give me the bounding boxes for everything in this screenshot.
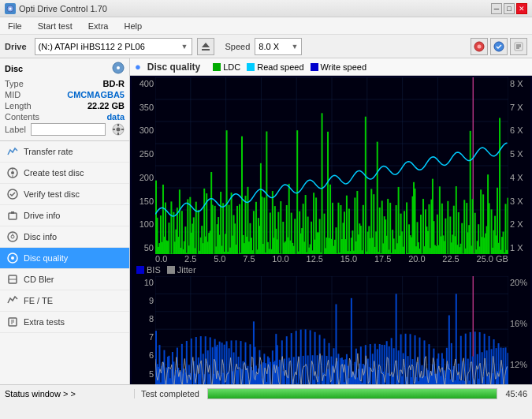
drive-value: (N:) ATAPI iHBS112 2 PL06 (39, 42, 145, 51)
toolbar-icon-3[interactable] (510, 38, 527, 55)
sidebar-item-cd-bler[interactable]: CD Bler (0, 269, 129, 290)
charts-area: 40035030025020015010050 8 X7 X6 X5 X4 X3… (130, 76, 532, 384)
type-label: Type (5, 79, 24, 88)
sidebar-item-disc-info[interactable]: Disc info (0, 226, 129, 248)
main-content: Disc Type BD-R MID CMCMAGBA5 Length 22.2… (0, 58, 532, 384)
sidebar-item-extra-tests[interactable]: Extra tests (0, 312, 129, 333)
title-bar: Opti Drive Control 1.70 ─ □ ✕ (0, 0, 532, 17)
sidebar-item-transfer-rate[interactable]: Transfer rate (0, 141, 129, 163)
chart-title-icon: ● (135, 61, 141, 73)
menu-help[interactable]: Help (119, 20, 147, 32)
fe-te-label: FE / TE (24, 296, 53, 305)
sidebar: Disc Type BD-R MID CMCMAGBA5 Length 22.2… (0, 58, 130, 384)
toolbar-icon-1[interactable] (471, 38, 488, 55)
extra-tests-label: Extra tests (24, 317, 65, 327)
type-value: BD-R (103, 79, 125, 88)
sidebar-item-create-test[interactable]: Create test disc (0, 163, 129, 184)
speed-dropdown-arrow: ▼ (291, 43, 298, 51)
svg-point-26 (11, 256, 14, 260)
extra-tests-icon (6, 316, 19, 328)
legend-jitter-label: Jitter (177, 265, 196, 275)
legend-readspeed-color (247, 63, 255, 71)
menu-file[interactable]: File (3, 20, 27, 32)
window-controls: ─ □ ✕ (491, 3, 527, 14)
disc-section: Disc Type BD-R MID CMCMAGBA5 Length 22.2… (0, 58, 129, 141)
y-axis-right-bottom: 20%16%12%8%4% (508, 276, 530, 384)
sidebar-item-drive-info[interactable]: Drive info (0, 205, 129, 226)
disc-icon (112, 62, 125, 76)
svg-point-9 (117, 66, 120, 69)
length-label: Length (5, 101, 32, 110)
chart-legend: LDC Read speed Write speed (213, 62, 366, 72)
svg-rect-12 (117, 124, 119, 126)
svg-rect-15 (121, 129, 124, 130)
toolbar-icon-2[interactable] (490, 38, 508, 55)
y-axis-left-top: 40035030025020015010050 (132, 77, 155, 254)
verify-icon (6, 188, 19, 200)
drive-bar: Drive (N:) ATAPI iHBS112 2 PL06 ▼ Speed … (0, 35, 532, 58)
x-axis-top: 0.02.55.07.510.012.515.017.520.022.525.0… (132, 254, 530, 264)
length-value: 22.22 GB (87, 101, 125, 110)
sidebar-item-disc-quality[interactable]: Disc quality (0, 248, 129, 269)
create-test-label: Create test disc (24, 168, 84, 178)
svg-rect-2 (202, 49, 210, 51)
legend-readspeed-label: Read speed (257, 62, 303, 72)
legend-bis-color (136, 266, 144, 274)
speed-dropdown[interactable]: 8.0 X ▼ (255, 38, 302, 55)
speed-label: Speed (225, 42, 251, 51)
right-content: ● Disc quality LDC Read speed Write spee… (130, 58, 532, 384)
contents-label: Contents (5, 112, 39, 122)
disc-quality-icon (6, 252, 19, 264)
fe-te-icon (6, 294, 19, 307)
sidebar-item-verify[interactable]: Verify test disc (0, 184, 129, 205)
cd-bler-icon (6, 273, 19, 286)
menu-start-test[interactable]: Start test (33, 20, 77, 32)
app-icon (5, 3, 16, 14)
toolbar-icons (471, 38, 527, 55)
mid-value: CMCMAGBA5 (67, 90, 125, 99)
legend-writespeed-label: Write speed (321, 62, 367, 72)
close-button[interactable]: ✕ (516, 3, 527, 14)
bottom-chart-container: 10987654321 20%16%12%8%4% (132, 276, 530, 384)
speed-value: 8.0 X (259, 42, 279, 51)
sidebar-item-fe-te[interactable]: FE / TE (0, 290, 129, 312)
drive-dropdown[interactable]: (N:) ATAPI iHBS112 2 PL06 ▼ (35, 38, 192, 55)
transfer-rate-label: Transfer rate (24, 147, 73, 156)
minimize-button[interactable]: ─ (491, 3, 502, 14)
bis-legend: BIS Jitter (132, 264, 530, 276)
disc-section-title: Disc (5, 64, 23, 73)
svg-point-5 (478, 44, 482, 48)
disc-info-label: Disc info (24, 232, 57, 241)
mid-label: MID (5, 90, 20, 99)
ldc-chart (155, 77, 508, 254)
maximize-button[interactable]: □ (504, 3, 515, 14)
menu-extra[interactable]: Extra (84, 20, 113, 32)
disc-quality-label: Disc quality (24, 253, 68, 263)
transfer-rate-icon (6, 145, 19, 158)
legend-bis-label: BIS (147, 265, 161, 275)
eject-button[interactable] (197, 38, 214, 55)
legend-writespeed-color (311, 63, 318, 71)
status-nav: Status window > > (5, 389, 135, 398)
legend-ldc-label: LDC (223, 62, 240, 72)
svg-rect-14 (113, 129, 115, 130)
drive-info-label: Drive info (24, 211, 60, 220)
status-message: Test completed (141, 389, 199, 398)
verify-label: Verify test disc (24, 189, 80, 199)
cd-bler-label: CD Bler (24, 275, 54, 284)
settings-icon[interactable] (112, 123, 125, 136)
bis-chart (155, 276, 508, 384)
svg-point-1 (9, 7, 12, 9)
menu-bar: File Start test Extra Help (0, 17, 532, 35)
drive-info-icon (6, 209, 19, 222)
chart-title: Disc quality (147, 62, 200, 73)
progress-bar-container (207, 388, 497, 399)
drive-label: Drive (5, 42, 27, 51)
disc-label-label: Label (5, 125, 26, 134)
top-chart-container: 40035030025020015010050 8 X7 X6 X5 X4 X3… (132, 77, 530, 254)
disc-label-input[interactable] (31, 123, 106, 136)
svg-rect-21 (9, 213, 17, 219)
status-nav-text[interactable]: Status window > > (5, 389, 76, 398)
y-axis-right-top: 8 X7 X6 X5 X4 X3 X2 X1 X (508, 77, 530, 254)
svg-point-11 (116, 128, 120, 132)
